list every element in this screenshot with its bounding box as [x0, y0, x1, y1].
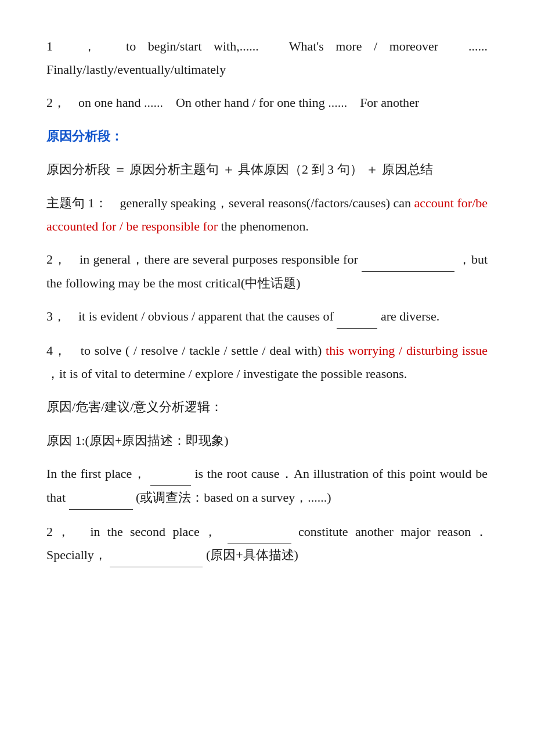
logic-label-text: 原因/危害/建议/意义分析逻辑： [46, 399, 223, 414]
topic-sentence-1-block: 主题句 1： generally speaking，several reason… [46, 192, 488, 237]
reason2-prefix: 2， in the second place， [46, 524, 220, 539]
topic2-text: 2， in general，there are several purposes… [46, 252, 358, 267]
reason2-suffix: (原因+具体描述) [206, 548, 298, 562]
reason1-blank1 [150, 462, 191, 486]
topic4-suffix: ，it is of vital to determine / explore /… [46, 366, 407, 381]
topic-sentence-2-block: 2， in general，there are several purposes… [46, 248, 488, 294]
paragraph-1: 1 ， to begin/start with,...... What's mo… [46, 35, 488, 81]
reason2-blank1 [228, 520, 291, 544]
section-cause-label: 原因分析段： [46, 125, 488, 148]
cause-label-text: 原因分析段： [46, 129, 123, 143]
reason1-suffix: (或调查法：based on a survey，......) [136, 490, 331, 505]
reason1-prefix: In the first place， [46, 466, 146, 481]
reason2-blank2 [110, 543, 203, 567]
topic3-suffix: are diverse. [381, 309, 439, 323]
topic4-red: this worrying / disturbing issue [326, 343, 488, 358]
text-item1: 1 ， to begin/start with,...... What's mo… [46, 39, 500, 77]
text-item2: 2， on one hand ...... On other hand / fo… [46, 95, 419, 110]
topic-sentence-4-block: 4， to solve ( / resolve / tackle / settl… [46, 339, 488, 385]
topic1-prefix: 主题句 1： generally speaking，several reason… [46, 196, 411, 210]
paragraph-2: 2， on one hand ...... On other hand / fo… [46, 91, 488, 114]
reason1-label-block: 原因 1:(原因+原因描述：即现象) [46, 429, 488, 452]
topic3-text: 3， it is evident / obvious / apparent th… [46, 309, 334, 323]
topic-sentence-3-block: 3， it is evident / obvious / apparent th… [46, 305, 488, 329]
topic4-prefix: 4， to solve ( / resolve / tackle / settl… [46, 343, 322, 358]
cause-formula-block: 原因分析段 ＝ 原因分析主题句 ＋ 具体原因（2 到 3 句） ＋ 原因总结 [46, 158, 488, 181]
topic2-blank [362, 248, 454, 272]
topic1-suffix: the phenomenon. [221, 219, 309, 233]
reason2-text-block: 2， in the second place， constitute anoth… [46, 520, 488, 567]
logic-label-block: 原因/危害/建议/意义分析逻辑： [46, 395, 488, 419]
reason1-blank2 [69, 486, 133, 510]
topic3-blank [337, 305, 377, 329]
cause-formula-text: 原因分析段 ＝ 原因分析主题句 ＋ 具体原因（2 到 3 句） ＋ 原因总结 [46, 162, 433, 177]
reason1-text-block: In the first place， is the root cause．An… [46, 462, 488, 509]
reason1-label-text: 原因 1:(原因+原因描述：即现象) [46, 433, 229, 448]
